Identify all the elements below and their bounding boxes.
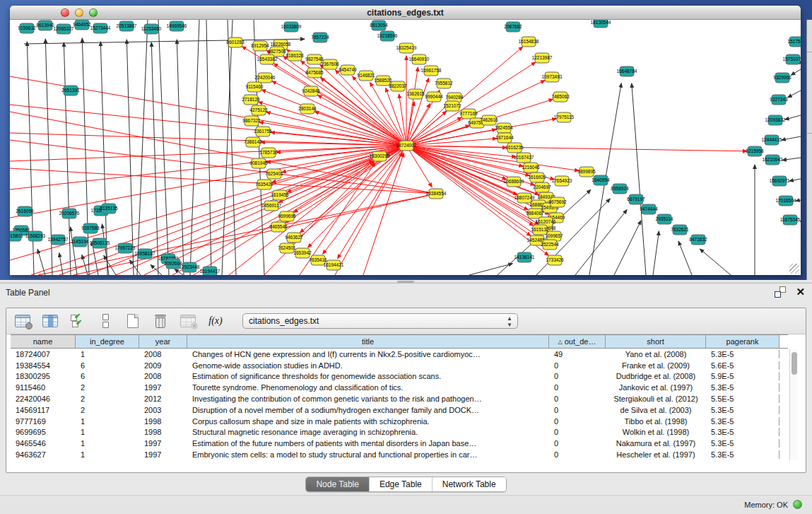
table-cell: 6: [76, 361, 139, 370]
citation-edge-black[interactable]: [206, 20, 211, 275]
graph-node-label: 8813054: [370, 23, 388, 28]
graph-node-label: 8613940: [36, 23, 54, 28]
graph-node-label: 8186328: [286, 53, 304, 58]
graph-node-label: 12444415: [762, 137, 782, 142]
table-cell: 18724007: [11, 350, 76, 358]
table-cell: 0: [549, 417, 606, 426]
graph-node-label: 11253460: [141, 26, 162, 31]
row-layout-button[interactable]: [96, 313, 114, 329]
window-resize-grip[interactable]: [789, 264, 799, 274]
table-row[interactable]: 1872400712008Changes of HCN gene express…: [11, 349, 788, 360]
table-cell: 0: [549, 372, 606, 380]
table-row[interactable]: 946362711997Embryonic stem cells: a mode…: [11, 449, 788, 460]
network-canvas[interactable]: 9156632861394012065327946495215273444205…: [10, 20, 801, 275]
node-table: namein_degreeyeartitle△out_de…shortpager…: [11, 334, 788, 460]
memory-status-indicator[interactable]: [793, 500, 802, 509]
table-selector-combo[interactable]: citations_edges.txt ▲▼: [242, 313, 518, 329]
table-cell: Yano et al. (2008): [606, 350, 706, 358]
citation-edge-black[interactable]: [130, 260, 141, 275]
citation-edge-black[interactable]: [469, 264, 512, 275]
graph-node-label: 9156632: [18, 25, 36, 30]
tab-node-table[interactable]: Node Table: [306, 477, 370, 491]
tab-network-table[interactable]: Network Table: [433, 477, 506, 491]
column-header-out_de[interactable]: △out_de…: [549, 335, 606, 348]
citation-edge-red[interactable]: [10, 146, 406, 161]
citation-edge-black[interactable]: [190, 20, 199, 275]
graph-node-label: 18130544: [591, 20, 611, 25]
graph-node-label: 2367608: [321, 62, 339, 66]
column-header-short[interactable]: short: [606, 335, 706, 348]
show-columns-button[interactable]: [41, 313, 59, 329]
table-header-row: namein_degreeyeartitle△out_de…shortpager…: [11, 334, 788, 349]
table-cell: Dudbridge et al. (2008): [606, 372, 706, 380]
graph-node-label: 3824554: [495, 125, 513, 130]
column-header-name[interactable]: name: [11, 335, 76, 348]
create-column-button[interactable]: [124, 313, 142, 329]
citation-edge-black[interactable]: [158, 20, 169, 275]
citation-edge-red[interactable]: [406, 67, 418, 146]
citation-edge-black[interactable]: [789, 179, 801, 181]
table-cell: 9777169: [11, 417, 76, 426]
table-cell: 1997: [139, 439, 187, 448]
column-header-in_degree[interactable]: in_degree: [76, 335, 139, 348]
citation-edge-red[interactable]: [272, 81, 406, 146]
splitter-handle-icon[interactable]: [397, 281, 414, 283]
table-row[interactable]: 969969511998Structural magnetic resonanc…: [11, 427, 788, 438]
citation-edge-black[interactable]: [782, 136, 801, 140]
table-row[interactable]: 2242004622012Investigating the contribut…: [11, 393, 788, 404]
citation-edge-black[interactable]: [632, 83, 646, 275]
table-row[interactable]: 1456911722003Disruption of a novel membe…: [11, 404, 788, 416]
table-row[interactable]: 1830029562008Estimation of significance …: [11, 371, 788, 382]
table-cell: 5.3E-5: [706, 450, 779, 459]
network-window-titlebar[interactable]: citations_edges.txt: [10, 6, 801, 20]
citation-edge-red[interactable]: [406, 146, 531, 236]
citation-edge-red[interactable]: [300, 146, 406, 233]
table-row[interactable]: 1938455462009Genome-wide association stu…: [11, 360, 788, 371]
graph-node-label: 16543382: [257, 57, 278, 62]
vertical-scrollbar[interactable]: [789, 349, 798, 460]
column-header-title[interactable]: title: [187, 335, 549, 348]
citation-edge-black[interactable]: [177, 40, 184, 275]
table-cell: Franke et al. (2009): [606, 361, 706, 370]
select-columns-button[interactable]: ✔ ✔: [69, 313, 87, 329]
table-cell: 1: [76, 439, 139, 448]
citation-edge-red[interactable]: [73, 194, 436, 275]
tab-edge-table[interactable]: Edge Table: [370, 477, 433, 491]
table-cell: de Silva et al. (2003): [606, 406, 706, 414]
citation-edge-black[interactable]: [653, 231, 659, 275]
table-cell: Disruption of a novel member of a sodium…: [187, 406, 549, 414]
table-cell: 9465546: [11, 439, 76, 448]
citation-edge-black[interactable]: [796, 200, 801, 201]
citation-edge-black[interactable]: [791, 69, 801, 75]
citation-edge-black[interactable]: [228, 20, 236, 275]
table-cell: 1997: [139, 383, 187, 392]
citation-edge-black[interactable]: [151, 264, 162, 275]
column-header-pagerank[interactable]: pagerank: [706, 335, 779, 348]
delete-column-button[interactable]: [151, 313, 170, 329]
close-panel-icon[interactable]: ✕: [796, 286, 805, 298]
graph-node-label: 11568293: [25, 233, 46, 238]
table-row[interactable]: 946554611997Estimation of the future num…: [11, 438, 788, 449]
float-panel-icon[interactable]: [775, 286, 786, 298]
graph-node-label: 7485063: [551, 94, 570, 99]
graph-node-label: 17016504: [776, 198, 796, 203]
citation-edge-black[interactable]: [785, 115, 801, 119]
citation-edge-black[interactable]: [788, 90, 801, 98]
table-row[interactable]: 911546021997Tourette syndrome. Phenomeno…: [11, 382, 788, 393]
citation-edge-black[interactable]: [782, 158, 801, 160]
citation-edge-red[interactable]: [406, 146, 517, 195]
column-header-year[interactable]: year: [139, 335, 187, 348]
citation-edge-black[interactable]: [678, 241, 692, 275]
citation-edge-black[interactable]: [614, 221, 641, 275]
graph-node-label: 9827548: [305, 57, 324, 62]
graph-node-label: 4275123: [249, 107, 268, 112]
table-row[interactable]: 977716911998Corpus callosum shape and si…: [11, 416, 788, 427]
citation-edge-black[interactable]: [700, 249, 731, 275]
citation-edge-black[interactable]: [104, 255, 116, 275]
scrollbar-thumb[interactable]: [792, 352, 797, 375]
graph-node-label: 9329966: [773, 75, 792, 80]
citation-edge-red[interactable]: [406, 146, 747, 151]
function-builder-button[interactable]: f(x): [206, 313, 225, 329]
citation-edge-black[interactable]: [126, 40, 134, 275]
table-mode-button[interactable]: [13, 313, 32, 329]
